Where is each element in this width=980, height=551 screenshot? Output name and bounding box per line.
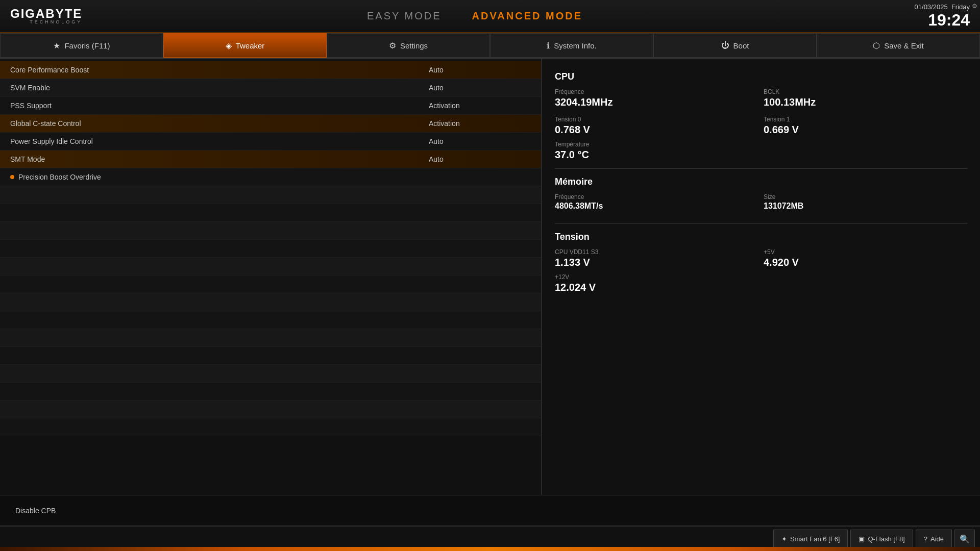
tab-system-info[interactable]: ℹ System Info.: [490, 33, 653, 58]
cpu-freq-block: Fréquence 3204.19MHz: [555, 88, 758, 113]
star-icon: ★: [53, 41, 60, 51]
mem-freq-block: Fréquence 4806.38MT/s: [555, 193, 758, 216]
cpu-bclk-value: 100.13MHz: [764, 96, 967, 108]
row-name-pss: PSS Support: [10, 102, 429, 110]
plus5v-block: +5V 4.920 V: [764, 248, 967, 273]
tab-settings-label: Settings: [400, 41, 428, 50]
settings-row-power-idle[interactable]: Power Supply Idle Control Auto: [0, 133, 541, 151]
tab-boot[interactable]: ⏻ Boot: [653, 33, 817, 58]
gigabyte-logo: GIGABYTE TECHNOLOGY: [10, 8, 82, 24]
row-value-svm: Auto: [429, 84, 531, 92]
logo-sub-text: TECHNOLOGY: [10, 20, 82, 24]
cpu-tension1-block: Tension 1 0.669 V: [764, 116, 967, 141]
tab-favoris[interactable]: ★ Favoris (F11): [0, 33, 163, 58]
row-name-precision-boost: Precision Boost Overdrive: [10, 173, 429, 181]
empty-row-2: [0, 204, 541, 222]
gear-icon: ⚙: [389, 41, 396, 51]
settings-row-pss[interactable]: PSS Support Activation: [0, 97, 541, 115]
settings-panel: Core Performance Boost Auto SVM Enable A…: [0, 59, 541, 495]
row-value-cstate: Activation: [429, 119, 531, 128]
empty-row-13: [0, 400, 541, 418]
tweaker-icon: ◈: [226, 41, 232, 51]
settings-row-precision-boost[interactable]: Precision Boost Overdrive: [0, 168, 541, 186]
settings-row-cstate[interactable]: Global C-state Control Activation: [0, 115, 541, 133]
smart-fan-label: Smart Fan 6 [F6]: [790, 535, 840, 543]
cpu-tension1-label: Tension 1: [764, 116, 967, 123]
plus12v-label: +12V: [555, 273, 967, 281]
cpu-tension0-block: Tension 0 0.768 V: [555, 116, 758, 141]
tab-settings[interactable]: ⚙ Settings: [327, 33, 490, 58]
empty-row-10: [0, 347, 541, 365]
mem-freq-label: Fréquence: [555, 193, 758, 201]
row-name-power-idle: Power Supply Idle Control: [10, 137, 429, 145]
search-button[interactable]: 🔍: [954, 530, 975, 548]
plus12v-value: 12.024 V: [555, 282, 967, 293]
row-value-power-idle: Auto: [429, 137, 531, 145]
row-name-cstate: Global C-state Control: [10, 119, 429, 128]
advanced-mode-button[interactable]: ADVANCED MODE: [472, 10, 582, 22]
empty-row-5: [0, 258, 541, 276]
date-display: 01/03/2025 Friday: [915, 3, 970, 11]
empty-row-14: [0, 418, 541, 436]
voltage-section-title: Tension: [555, 232, 967, 242]
settings-row-smt[interactable]: SMT Mode Auto: [0, 151, 541, 168]
mem-size-block: Size 131072MB: [764, 193, 967, 216]
logo-main-text: GIGABYTE: [10, 8, 82, 20]
tab-system-info-label: System Info.: [554, 41, 596, 50]
search-icon: 🔍: [960, 534, 970, 544]
easy-mode-button[interactable]: EASY MODE: [367, 10, 442, 22]
smart-fan-button[interactable]: ✦ Smart Fan 6 [F6]: [773, 530, 848, 548]
cpu-vdd11-value: 1.133 V: [555, 257, 758, 268]
cpu-temp-block: Température 37.0 °C: [555, 141, 967, 161]
cpu-bclk-label: BCLK: [764, 88, 967, 95]
cpu-vdd11-block: CPU VDD11 S3 1.133 V: [555, 248, 758, 273]
plus12v-block: +12V 12.024 V: [555, 273, 967, 293]
empty-row-7: [0, 293, 541, 311]
empty-row-12: [0, 383, 541, 400]
datetime-area: 01/03/2025 Friday 19:24: [837, 3, 980, 30]
aide-label: Aide: [930, 535, 944, 543]
qflash-button[interactable]: ▣ Q-Flash [F8]: [850, 530, 913, 548]
row-name-core-perf: Core Performance Boost: [10, 66, 429, 74]
empty-row-3: [0, 222, 541, 240]
empty-row-1: [0, 186, 541, 204]
row-name-svm: SVM Enable: [10, 84, 429, 92]
empty-row-11: [0, 365, 541, 383]
tab-tweaker[interactable]: ◈ Tweaker: [163, 33, 327, 58]
tab-favoris-label: Favoris (F11): [64, 41, 110, 50]
cpu-freq-label: Fréquence: [555, 88, 758, 95]
cpu-section-title: CPU: [555, 71, 967, 82]
qflash-label: Q-Flash [F8]: [868, 535, 904, 543]
divider-1: [555, 168, 967, 169]
tab-save-exit[interactable]: ⬡ Save & Exit: [817, 33, 980, 58]
mem-size-label: Size: [764, 193, 967, 201]
memory-info-grid: Fréquence 4806.38MT/s Size 131072MB: [555, 193, 967, 216]
cpu-tension1-value: 0.669 V: [764, 124, 967, 136]
voltage-info-grid: CPU VDD11 S3 1.133 V +5V 4.920 V: [555, 248, 967, 273]
exit-icon: ⬡: [873, 41, 880, 51]
time-display: 19:24: [928, 11, 970, 30]
status-bar: Disable CPB: [0, 495, 980, 525]
empty-row-4: [0, 240, 541, 258]
settings-gear-icon[interactable]: ⚙: [972, 3, 977, 10]
aide-button[interactable]: ? Aide: [916, 530, 952, 548]
status-text: Disable CPB: [15, 507, 56, 515]
cpu-tension0-value: 0.768 V: [555, 124, 758, 136]
plus5v-label: +5V: [764, 248, 967, 256]
tab-boot-label: Boot: [733, 41, 749, 50]
cpu-vdd11-label: CPU VDD11 S3: [555, 248, 758, 256]
settings-row-core-perf-boost[interactable]: Core Performance Boost Auto: [0, 61, 541, 79]
cpu-temp-value: 37.0 °C: [555, 149, 967, 161]
empty-row-9: [0, 329, 541, 347]
mem-size-value: 131072MB: [764, 202, 967, 211]
settings-row-svm[interactable]: SVM Enable Auto: [0, 79, 541, 97]
logo-area: GIGABYTE TECHNOLOGY: [0, 8, 112, 24]
mode-area: EASY MODE ADVANCED MODE: [112, 10, 837, 22]
info-panel: CPU Fréquence 3204.19MHz BCLK 100.13MHz …: [541, 59, 980, 495]
plus5v-value: 4.920 V: [764, 257, 967, 268]
row-value-core-perf: Auto: [429, 66, 531, 74]
qflash-icon: ▣: [859, 535, 865, 543]
row-value-smt: Auto: [429, 155, 531, 163]
smart-fan-icon: ✦: [781, 535, 787, 543]
divider-2: [555, 223, 967, 224]
